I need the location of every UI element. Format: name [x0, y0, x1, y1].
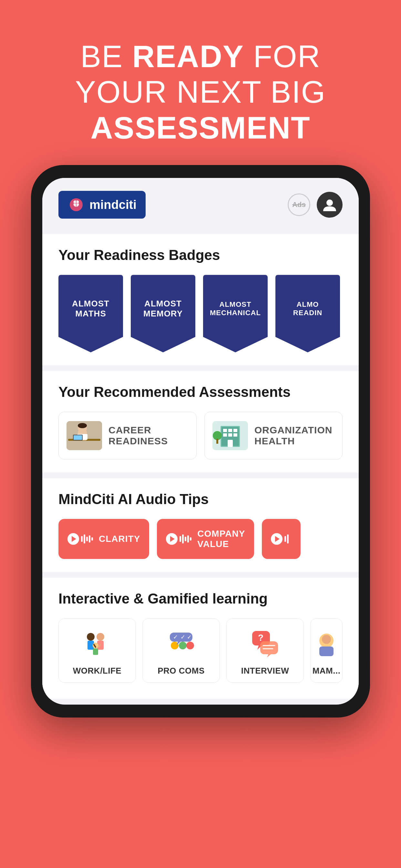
play-triangle-icon: [72, 536, 76, 542]
mam-icon: [310, 628, 343, 660]
phone-screen: mindciti Ads Your Readiness Badges: [42, 178, 359, 705]
svg-rect-40: [260, 641, 278, 654]
clarity-label: CLARITY: [99, 534, 140, 544]
interview-label: INTERVIEW: [241, 666, 289, 676]
badges-section: Your Readiness Badges ALMOSTMATHS ALMOST…: [42, 234, 359, 365]
svg-rect-15: [228, 429, 232, 432]
svg-point-23: [87, 633, 95, 641]
svg-point-32: [179, 642, 187, 649]
svg-rect-28: [93, 648, 98, 655]
waveform-icon-3: [284, 534, 289, 544]
play-triangle-icon-2: [170, 536, 175, 542]
hero-ready: READY: [132, 39, 244, 73]
hero-assessment: ASSESSMENT: [90, 111, 310, 145]
audio-icon-3: [271, 533, 289, 545]
svg-text:✓: ✓: [187, 634, 192, 640]
app-header: mindciti Ads: [42, 178, 359, 228]
audio-third-card[interactable]: [262, 519, 301, 559]
learning-row: WORK/LIFE ✓: [58, 618, 343, 683]
profile-icon[interactable]: [317, 192, 343, 218]
header-icons: Ads: [288, 192, 343, 218]
learning-interview-card[interactable]: ? INTERVIEW: [226, 618, 304, 683]
audio-row: CLARITY: [58, 519, 343, 559]
badges-title: Your Readiness Badges: [58, 247, 343, 263]
badges-row: ALMOSTMATHS ALMOSTMEMORY ALMOSTMECHANICA…: [58, 275, 343, 352]
svg-rect-19: [234, 433, 237, 437]
procoms-icon-area: ✓ ✓ ✓: [165, 628, 197, 660]
svg-rect-18: [228, 433, 232, 437]
play-triangle-icon-3: [275, 536, 280, 542]
worklife-label: WORK/LIFE: [73, 666, 121, 676]
waveform-icon-2: [180, 534, 191, 544]
learning-worklife-card[interactable]: WORK/LIFE: [58, 618, 136, 683]
badge-almost-maths[interactable]: ALMOSTMATHS: [58, 275, 123, 352]
audio-title: MindCiti AI Audio Tips: [58, 491, 343, 507]
org-health-thumb: [212, 421, 248, 450]
learning-title: Interactive & Gamified learning: [58, 591, 343, 607]
waveform-icon: [81, 534, 93, 544]
audio-icon: [67, 533, 93, 545]
person-silhouette: [66, 421, 102, 450]
brain-icon: [67, 196, 85, 213]
svg-point-7: [78, 423, 87, 428]
mam-label: MAM...: [312, 666, 341, 676]
mindciti-logo[interactable]: mindciti: [58, 191, 146, 219]
logo-text: mindciti: [89, 198, 136, 212]
recommended-title: Your Recommended Assessments: [58, 384, 343, 400]
play-button-2[interactable]: [166, 533, 178, 545]
svg-rect-10: [73, 435, 82, 440]
speech-bubbles-icon: ✓ ✓ ✓: [165, 628, 197, 660]
account-icon: [321, 197, 338, 213]
audio-icon-2: [166, 533, 191, 545]
badge-almost-memory[interactable]: ALMOSTMEMORY: [131, 275, 195, 352]
svg-point-44: [322, 635, 331, 644]
audio-section: MindCiti AI Audio Tips: [42, 478, 359, 572]
svg-rect-16: [234, 429, 237, 432]
svg-rect-22: [216, 439, 218, 444]
audio-clarity-card[interactable]: CLARITY: [58, 519, 149, 559]
svg-rect-14: [223, 429, 227, 432]
play-button[interactable]: [67, 533, 79, 545]
interview-icon-area: ?: [249, 628, 281, 660]
building-illustration: [212, 421, 248, 450]
svg-rect-20: [227, 440, 233, 447]
svg-text:?: ?: [258, 632, 264, 643]
career-readiness-thumb: [66, 421, 102, 450]
svg-point-33: [186, 642, 194, 649]
procoms-label: PRO COMS: [158, 666, 205, 676]
svg-rect-17: [223, 433, 227, 437]
career-person-illustration: [66, 421, 102, 450]
audio-company-value-card[interactable]: COMPANYVALUE: [157, 519, 254, 559]
play-button-3[interactable]: [271, 533, 282, 545]
worklife-icon-area: [81, 628, 113, 660]
svg-text:✓: ✓: [181, 634, 185, 640]
learning-section: Interactive & Gamified learning: [42, 578, 359, 699]
svg-point-25: [96, 633, 104, 641]
learning-mam-card[interactable]: MAM...: [310, 618, 343, 683]
svg-point-2: [327, 199, 333, 206]
svg-point-21: [213, 431, 222, 440]
svg-rect-45: [319, 647, 334, 656]
career-readiness-card[interactable]: CAREERREADINESS: [58, 412, 197, 460]
phone-mockup: mindciti Ads Your Readiness Badges: [31, 165, 370, 717]
recommended-section: Your Recommended Assessments: [42, 371, 359, 472]
assessments-row: CAREERREADINESS: [58, 412, 343, 460]
svg-point-31: [171, 642, 179, 649]
svg-text:✓: ✓: [173, 634, 178, 640]
interview-icon: ?: [249, 628, 281, 660]
ads-icon[interactable]: Ads: [288, 193, 310, 216]
learning-procoms-card[interactable]: ✓ ✓ ✓ PRO COMS: [143, 618, 220, 683]
badge-almost-mechanical[interactable]: ALMOSTMECHANICAL: [203, 275, 268, 352]
company-value-label: COMPANYVALUE: [197, 529, 245, 549]
mam-icon-area: [310, 628, 343, 660]
badge-almost-reading[interactable]: ALMOREADIN: [275, 275, 340, 352]
family-icon: [81, 628, 113, 660]
hero-line2: YOUR NEXT BIG: [75, 74, 326, 109]
hero-section: BE READY FOR YOUR NEXT BIG ASSESSMENT: [50, 0, 351, 165]
org-health-card[interactable]: ORGANIZATIONHEALTH: [204, 412, 343, 460]
org-health-label: ORGANIZATIONHEALTH: [254, 425, 332, 446]
career-readiness-label: CAREERREADINESS: [109, 425, 168, 446]
